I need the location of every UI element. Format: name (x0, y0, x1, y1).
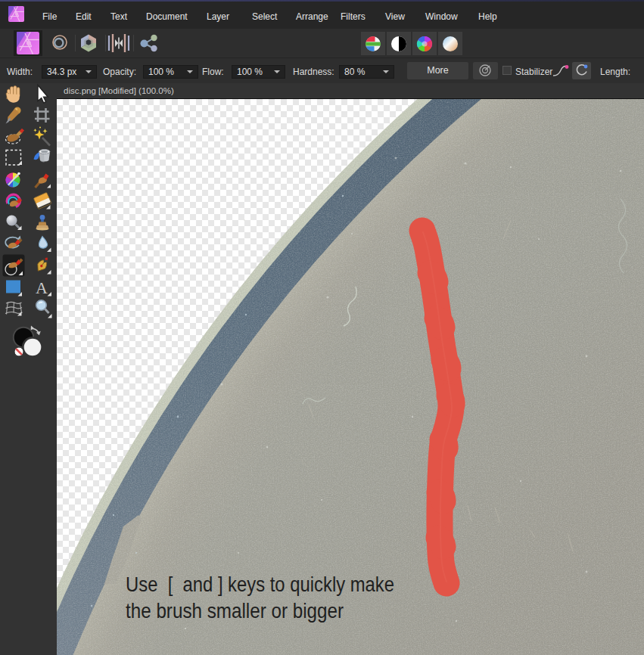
svg-text:Use [ and ] keys to quickly: Use [ and ] keys to quickly make (126, 572, 394, 596)
svg-text:A: A (36, 278, 48, 297)
svg-text:the brush smaller or bigger: the brush smaller or bigger (126, 598, 344, 622)
